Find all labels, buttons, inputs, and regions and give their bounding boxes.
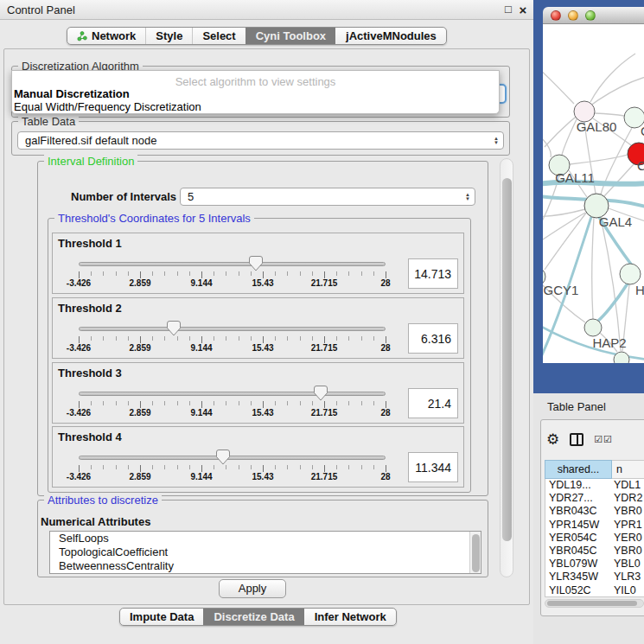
threshold-3-value-field[interactable]: 21.4 [408,388,458,418]
tick-label: 9.144 [190,472,212,481]
list-scrollbar[interactable] [469,532,481,573]
table-panel-toolbar: ⚙ ☑☑ [546,432,613,447]
tab-style-label: Style [156,29,182,42]
table-data-selected-value: galFiltered.sif default node [25,134,156,147]
threshold-2-label: Threshold 2 [58,302,122,315]
network-icon [77,31,87,41]
table-horizontal-scrollbar[interactable] [545,599,644,608]
tick-label: 21.715 [311,408,338,418]
zoom-traffic-light[interactable] [585,10,596,21]
threshold-1-slider-thumb[interactable] [249,256,263,271]
node-label: GAL4 [599,214,632,229]
settings-scrollbar[interactable] [500,158,513,577]
network-graph: GAL80 G. C GAL11 GAL4 GCY1 H HAP2 [543,24,644,363]
tab-discretize-data[interactable]: Discretize Data [203,609,303,625]
threshold-1-value-field[interactable]: 14.713 [408,258,458,289]
tab-network[interactable]: Network [67,28,145,44]
threshold-4-slider-thumb[interactable] [216,450,230,465]
column-split-icon[interactable] [570,433,583,446]
table-row[interactable]: YIL052CYIL0 [545,584,644,597]
tab-select[interactable]: Select [192,28,245,44]
threshold-1-panel: Threshold 1 -3.426 2.859 9.144 15.43 21.… [52,233,464,294]
control-panel-titlebar: Control Panel □ × [0,0,533,20]
tick-label: 2.859 [129,408,150,418]
threshold-2-panel: Threshold 2 -3.426 2.859 9.144 15.43 21.… [52,297,464,359]
list-item[interactable]: TopologicalCoefficient [50,545,481,559]
tick-label: 28 [380,472,390,481]
panel-title: Control Panel [7,3,75,16]
apply-button[interactable]: Apply [219,579,286,598]
algorithm-option-equal-width[interactable]: Equal Width/Frequency Discretization [14,100,201,113]
node-table: shared... n YDL19...YDL1 YDR27...YDR2 YB… [545,460,644,597]
tab-impute-data[interactable]: Impute Data [120,609,203,625]
tab-cyni-toolbox[interactable]: Cyni Toolbox [245,28,335,44]
combo-arrows-icon: ▲▼ [465,193,470,201]
table-row[interactable]: YER054CYER0 [545,532,644,545]
table-row[interactable]: YDR27...YDR2 [545,492,644,505]
table-row[interactable]: YBL079WYBL0 [545,558,644,571]
tick-label: 21.715 [311,343,338,353]
tab-impute-data-label: Impute Data [130,610,194,623]
threshold-3-slider-track[interactable] [79,392,386,396]
tab-jactivemnodules-label: jActiveMNodules [346,29,437,42]
thresholds-group-title: Threshold's Coordinates for 5 Intervals [54,212,254,225]
minimize-traffic-light[interactable] [568,10,578,21]
gear-icon[interactable]: ⚙ [546,432,559,447]
table-data-combobox[interactable]: galFiltered.sif default node ▲▼ [17,131,504,150]
threshold-4-label: Threshold 4 [58,430,122,443]
threshold-4-value-field[interactable]: 11.344 [408,452,458,482]
table-row[interactable]: YBR045CYBR0 [545,545,644,558]
tab-style[interactable]: Style [145,28,192,44]
column-header-name[interactable]: n [612,460,644,479]
number-of-intervals-value: 5 [188,190,194,203]
node-label: C [637,158,644,173]
table-body: YDL19...YDL1 YDR27...YDR2 YBR043CYBR0 YP… [545,479,644,597]
tab-jactivemnodules[interactable]: jActiveMNodules [335,28,446,44]
threshold-2-slider-thumb[interactable] [167,321,181,336]
close-traffic-light[interactable] [551,10,561,21]
select-columns-icon[interactable]: ☑☑ [594,434,613,445]
table-row[interactable]: YPR145WYPR1 [545,519,644,532]
tick-label: -3.426 [67,408,91,418]
node-label: G. [641,124,644,138]
threshold-2-slider-track[interactable] [79,327,386,331]
algorithm-option-manual[interactable]: Manual Discretization [14,87,130,100]
node-partial[interactable] [614,352,629,363]
threshold-4-slider-track[interactable] [79,456,386,460]
close-window-icon[interactable]: × [517,3,529,17]
number-of-intervals-combobox[interactable]: 5 ▲▼ [180,188,475,206]
tab-infer-network[interactable]: Infer Network [304,609,396,625]
table-row[interactable]: YLR345WYLR3 [545,571,644,583]
tick-label: 21.715 [311,278,338,288]
algorithm-popup-hint: Select algorithm to view settings [12,75,499,88]
table-row[interactable]: YBR043CYBR0 [545,505,644,518]
table-panel-title: Table Panel [547,400,606,413]
tick-label: 9.144 [190,278,212,288]
list-item[interactable]: SelfLoops [50,532,481,545]
threshold-2-value-field[interactable]: 6.316 [408,323,458,354]
tab-select-label: Select [202,29,235,42]
threshold-1-slider-track[interactable] [79,262,386,266]
threshold-3-label: Threshold 3 [58,367,122,379]
node-hap2[interactable] [584,319,602,336]
float-window-icon[interactable]: □ [502,3,514,16]
node-label: H [635,283,644,297]
tick-label: 21.715 [311,472,338,481]
tick-label: 2.859 [129,278,150,288]
network-canvas[interactable]: GAL80 G. C GAL11 GAL4 GCY1 H HAP2 [543,24,644,363]
tab-network-label: Network [92,29,136,42]
tick-label: -3.426 [67,278,91,288]
list-item[interactable]: BetweennessCentrality [50,559,481,573]
tick-label: -3.426 [67,472,91,481]
tick-label: -3.426 [67,343,91,353]
column-header-shared-name[interactable]: shared... [545,460,612,479]
node-label: GAL11 [555,170,595,185]
threshold-4-panel: Threshold 4 -3.426 2.859 9.144 15.43 21.… [52,426,464,488]
threshold-1-label: Threshold 1 [58,237,122,250]
threshold-3-panel: Threshold 3 -3.426 2.859 9.144 15.43 21.… [52,362,464,424]
network-window-titlebar[interactable] [543,7,644,24]
threshold-3-slider-thumb[interactable] [314,386,328,401]
node-h[interactable] [620,264,641,284]
numerical-attributes-list: SelfLoops TopologicalCoefficient Between… [49,531,481,574]
table-row[interactable]: YDL19...YDL1 [545,479,644,492]
